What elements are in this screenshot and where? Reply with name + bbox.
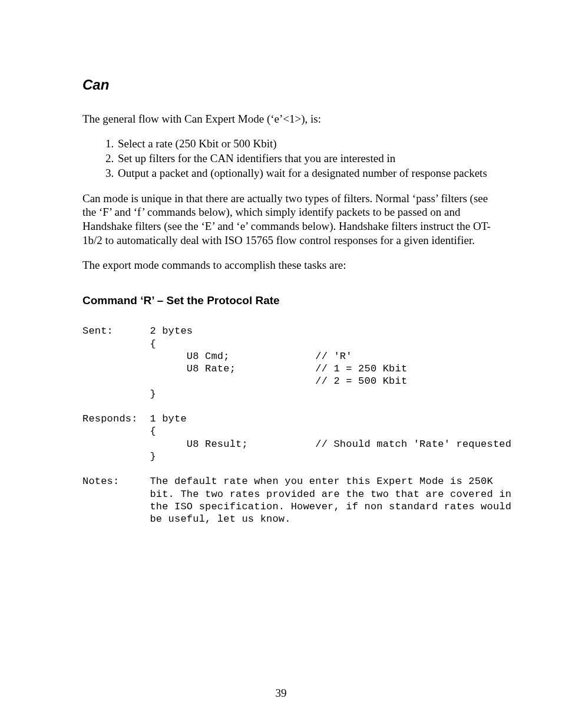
intro-paragraph: The general flow with Can Expert Mode (‘… — [82, 112, 495, 126]
body-paragraph: The export mode commands to accomplish t… — [82, 258, 495, 272]
page-number: 39 — [0, 687, 562, 700]
page-content: Can The general flow with Can Expert Mod… — [82, 77, 495, 525]
code-block: Sent: 2 bytes { U8 Cmd; // 'R' U8 Rate; … — [82, 325, 495, 525]
list-item: Select a rate (250 Kbit or 500 Kbit) — [117, 137, 495, 151]
body-paragraph: Can mode is unique in that there are act… — [82, 192, 495, 248]
list-item: Set up filters for the CAN identifiers t… — [117, 151, 495, 166]
section-heading: Can — [82, 77, 495, 93]
subsection-heading: Command ‘R’ – Set the Protocol Rate — [82, 294, 495, 307]
list-item: Output a packet and (optionally) wait fo… — [117, 166, 495, 180]
steps-list: Select a rate (250 Kbit or 500 Kbit) Set… — [82, 137, 495, 181]
